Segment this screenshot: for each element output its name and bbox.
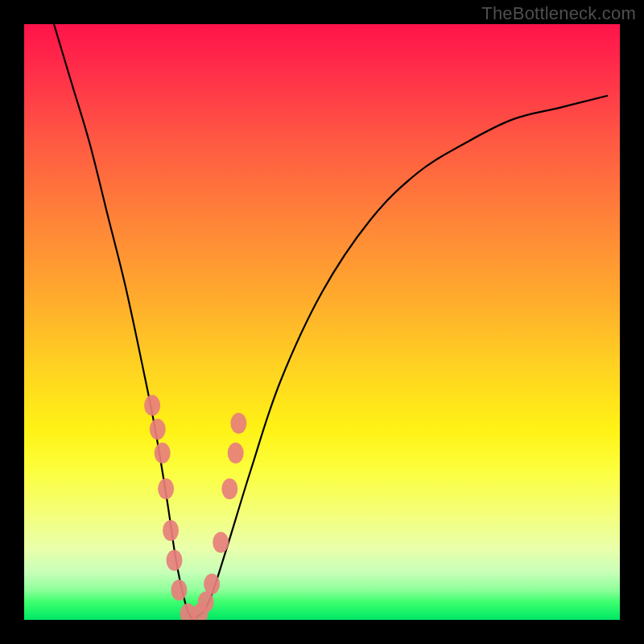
plot-area <box>24 24 620 620</box>
chart-frame: TheBottleneck.com <box>0 0 644 644</box>
watermark-text: TheBottleneck.com <box>481 3 636 24</box>
